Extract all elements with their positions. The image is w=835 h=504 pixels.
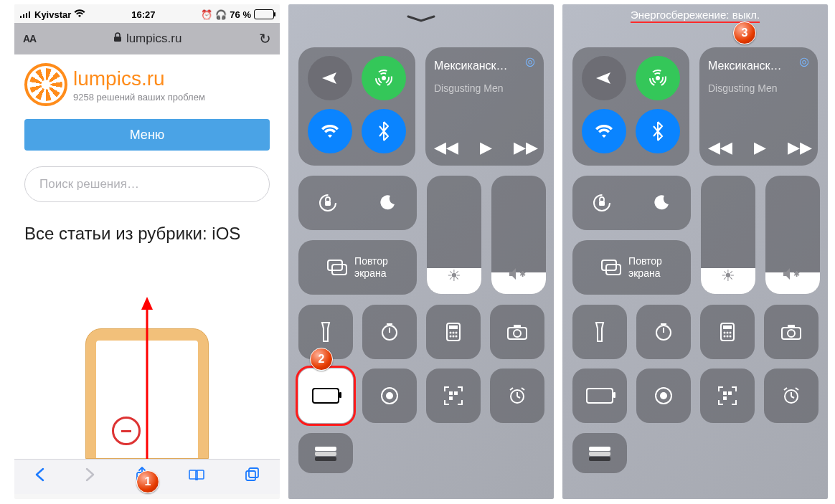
screen-record-button[interactable]: [362, 369, 417, 423]
svg-rect-10: [249, 468, 258, 477]
cellular-data-toggle[interactable]: [636, 56, 680, 100]
status-bar: Kyivstar 16:27 ⏰ 🎧 76 %: [14, 4, 280, 23]
next-track-button[interactable]: ▶▶: [788, 138, 812, 157]
svg-rect-71: [728, 391, 732, 395]
alarm-button[interactable]: [490, 369, 544, 423]
cellular-data-toggle[interactable]: [362, 56, 406, 100]
menu-button[interactable]: Меню: [24, 119, 270, 151]
music-title: Мексиканск…: [434, 59, 538, 72]
brightness-slider[interactable]: ☀: [701, 176, 755, 294]
svg-point-27: [450, 336, 452, 338]
headphones-icon: 🎧: [215, 9, 227, 20]
camera-button[interactable]: [490, 305, 544, 359]
music-panel[interactable]: ◎ Мексиканск… Disgusting Men ◀◀ ▶ ▶▶: [425, 47, 544, 166]
volume-slider[interactable]: ✱: [491, 176, 546, 294]
svg-point-63: [727, 336, 729, 338]
tabs-button[interactable]: [245, 467, 260, 486]
prev-track-button[interactable]: ◀◀: [708, 138, 732, 157]
airplane-mode-toggle[interactable]: [582, 56, 626, 100]
orientation-dnd-panel: [298, 176, 417, 230]
wallet-button[interactable]: [572, 433, 627, 473]
prev-track-button[interactable]: ◀◀: [434, 138, 458, 157]
bookmarks-button[interactable]: [189, 467, 204, 486]
low-power-mode-toggle[interactable]: [298, 369, 353, 423]
svg-rect-67: [788, 325, 795, 328]
do-not-disturb-toggle[interactable]: [358, 194, 418, 211]
svg-line-42: [522, 388, 524, 390]
svg-rect-4: [114, 37, 121, 42]
svg-rect-43: [315, 447, 336, 451]
svg-rect-23: [449, 325, 458, 329]
play-button[interactable]: ▶: [480, 138, 492, 157]
timer-button[interactable]: [362, 305, 417, 359]
page-heading: Все статьи из рубрики: iOS: [24, 222, 270, 244]
wifi-toggle[interactable]: [308, 109, 352, 153]
camera-button[interactable]: [764, 305, 819, 359]
orientation-lock-toggle[interactable]: [298, 192, 358, 214]
play-button[interactable]: ▶: [754, 138, 766, 157]
battery-icon: [312, 388, 339, 404]
grabber-icon[interactable]: [407, 13, 435, 24]
music-artist: Disgusting Men: [434, 82, 538, 94]
svg-text:✱: ✱: [519, 270, 526, 278]
controls-grid: [298, 305, 544, 423]
battery-pct: 76 %: [230, 9, 251, 20]
brightness-slider[interactable]: ☀: [427, 176, 481, 294]
svg-rect-58: [723, 325, 732, 329]
music-title: Мексиканск…: [708, 59, 812, 72]
screen-record-button[interactable]: [636, 369, 691, 423]
forward-button[interactable]: [85, 467, 95, 486]
svg-rect-50: [599, 201, 605, 206]
wallet-button[interactable]: [298, 433, 353, 473]
svg-point-69: [660, 392, 667, 399]
text-size-button[interactable]: AA: [23, 33, 36, 44]
svg-point-11: [382, 76, 386, 80]
svg-rect-3: [29, 11, 30, 18]
svg-line-40: [517, 396, 520, 398]
search-input[interactable]: Поиск решения…: [24, 166, 270, 202]
calculator-button[interactable]: [426, 305, 481, 359]
svg-rect-80: [589, 457, 610, 461]
bluetooth-toggle[interactable]: [636, 109, 680, 153]
svg-rect-45: [315, 457, 336, 461]
svg-point-66: [788, 330, 795, 337]
svg-rect-44: [315, 452, 336, 456]
orientation-lock-toggle[interactable]: [572, 192, 632, 214]
volume-icon: ✱: [765, 267, 820, 285]
site-brand[interactable]: lumpics.ru 9258 решений ваших проблем: [24, 63, 270, 106]
qr-scanner-button[interactable]: [700, 369, 755, 423]
connectivity-panel[interactable]: [298, 47, 415, 166]
site-title: lumpics.ru: [73, 67, 205, 90]
airplay-icon[interactable]: ◎: [525, 54, 535, 68]
controls-grid: [572, 305, 818, 423]
svg-point-26: [456, 332, 458, 334]
next-track-button[interactable]: ▶▶: [514, 138, 538, 157]
airplane-mode-toggle[interactable]: [308, 56, 352, 100]
svg-rect-72: [723, 396, 727, 400]
step-badge-3: 3: [733, 22, 756, 44]
screen-mirroring-label: Повтор экрана: [628, 255, 662, 280]
alarm-button[interactable]: [764, 369, 819, 423]
screen-mirroring-button[interactable]: Повтор экрана: [298, 240, 417, 295]
screen-mirroring-button[interactable]: Повтор экрана: [572, 240, 691, 295]
connectivity-panel[interactable]: [572, 47, 689, 166]
timer-button[interactable]: [636, 305, 691, 359]
svg-rect-70: [723, 391, 727, 395]
do-not-disturb-toggle[interactable]: [632, 194, 692, 211]
bluetooth-toggle[interactable]: [362, 109, 406, 153]
airplay-icon[interactable]: ◎: [799, 54, 809, 68]
wifi-toggle[interactable]: [582, 109, 626, 153]
svg-point-34: [386, 392, 393, 399]
reload-button[interactable]: ↻: [259, 30, 271, 47]
back-button[interactable]: [34, 467, 44, 486]
url-label: lumpics.ru: [126, 32, 181, 46]
flashlight-button[interactable]: [572, 305, 627, 359]
address-bar[interactable]: AA lumpics.ru ↻: [14, 23, 280, 54]
volume-slider[interactable]: ✱: [765, 176, 820, 294]
calculator-button[interactable]: [700, 305, 755, 359]
low-power-mode-toggle[interactable]: [572, 369, 627, 423]
music-panel[interactable]: ◎ Мексиканск… Disgusting Men ◀◀ ▶ ▶▶: [699, 47, 818, 166]
qr-scanner-button[interactable]: [426, 369, 481, 423]
phone-control-center-off: Энергосбережение: выкл. ◎ Мексиканск… Di…: [562, 4, 828, 499]
svg-rect-0: [20, 16, 22, 18]
